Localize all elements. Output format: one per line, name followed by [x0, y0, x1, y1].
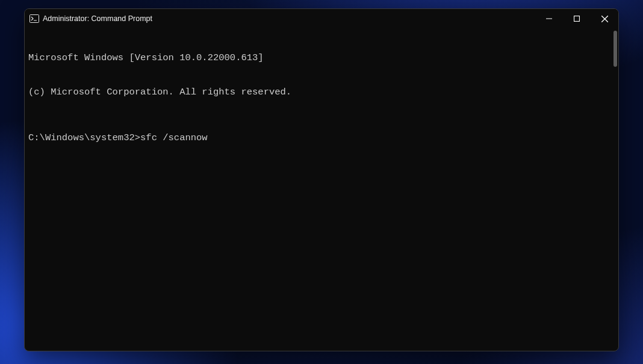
- titlebar-drag-area[interactable]: [152, 9, 535, 28]
- cmd-icon: [30, 14, 39, 23]
- terminal-output-line: Microsoft Windows [Version 10.0.22000.61…: [28, 52, 612, 64]
- terminal-area[interactable]: Microsoft Windows [Version 10.0.22000.61…: [25, 28, 618, 351]
- titlebar[interactable]: Administrator: Command Prompt: [25, 9, 618, 28]
- svg-rect-0: [30, 15, 39, 23]
- terminal-prompt: C:\Windows\system32>: [28, 132, 140, 143]
- maximize-icon: [574, 16, 580, 22]
- terminal-prompt-line: C:\Windows\system32>sfc /scannow: [28, 132, 612, 144]
- desktop-background: Administrator: Command Prompt Microsoft …: [0, 0, 643, 364]
- minimize-icon: [546, 16, 552, 22]
- terminal-command: sfc /scannow: [140, 132, 208, 143]
- close-button[interactable]: [591, 9, 618, 28]
- terminal-output-line: (c) Microsoft Corporation. All rights re…: [28, 87, 612, 98]
- command-prompt-window: Administrator: Command Prompt Microsoft …: [24, 8, 619, 351]
- scrollbar-thumb[interactable]: [613, 31, 617, 67]
- minimize-button[interactable]: [535, 9, 563, 28]
- close-icon: [601, 16, 608, 22]
- maximize-button[interactable]: [563, 9, 591, 28]
- caption-buttons: [535, 9, 618, 28]
- svg-rect-3: [574, 16, 580, 22]
- window-title: Administrator: Command Prompt: [43, 14, 152, 23]
